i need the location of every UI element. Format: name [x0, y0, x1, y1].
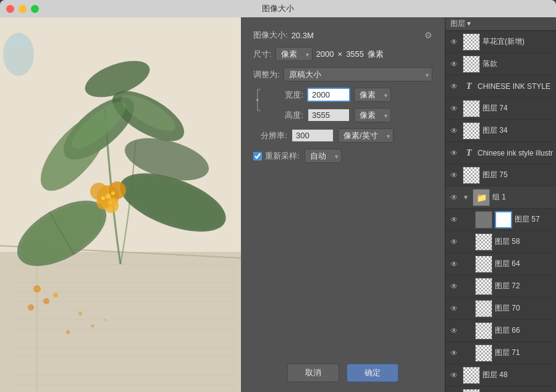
resample-checkbox[interactable] — [253, 152, 262, 161]
svg-point-37 — [101, 196, 105, 200]
layer-item[interactable]: 👁图层 34 — [445, 120, 556, 142]
layer-item[interactable]: 👁TCHINESE INK STYLE — [445, 75, 556, 98]
settings-icon[interactable]: ⚙ — [424, 30, 432, 40]
visibility-toggle[interactable]: 👁 — [448, 80, 460, 93]
resolution-row: 分辨率: 像素/英寸 — [253, 128, 432, 143]
layer-thumbnail — [475, 344, 492, 362]
mask-thumbnail — [495, 211, 512, 228]
resample-checkbox-label[interactable]: 重新采样: — [253, 151, 300, 162]
resample-label: 重新采样: — [265, 151, 300, 162]
visibility-toggle[interactable]: 👁 — [448, 169, 460, 181]
svg-rect-1 — [0, 252, 241, 392]
layer-thumbnail — [463, 100, 480, 117]
window-controls[interactable] — [6, 5, 39, 13]
dimension-dropdown-wrap[interactable]: 像素 — [276, 47, 313, 61]
visibility-toggle[interactable]: 👁 — [448, 147, 460, 159]
layer-thumbnail — [463, 367, 480, 384]
layers-list[interactable]: 👁草花宜(新增)👁落款👁TCHINESE INK STYLE👁图层 74👁图层 … — [445, 31, 556, 392]
visibility-toggle[interactable]: 👁 — [448, 125, 460, 137]
layer-item[interactable]: 👁图层 57 — [445, 209, 556, 231]
svg-point-42 — [28, 304, 34, 311]
layer-name: 图层 70 — [495, 303, 554, 314]
layer-item[interactable]: 👁图层 1 — [445, 386, 556, 392]
layer-name: 图层 64 — [495, 259, 554, 269]
layer-thumbnail — [475, 211, 492, 228]
layer-item[interactable]: 👁落款 — [445, 53, 556, 75]
layer-name: CHINESE INK STYLE — [478, 82, 554, 91]
link-icon — [253, 88, 264, 112]
window-title: 图像大小 — [262, 3, 294, 14]
dimension-dropdown[interactable]: 像素 — [276, 47, 313, 61]
wh-container: 宽度: 像素 高度: 像素 — [253, 88, 432, 122]
svg-point-39 — [33, 285, 41, 293]
layer-item[interactable]: 👁▼📁组 1 — [445, 186, 556, 209]
resample-dropdown[interactable]: 自动 — [305, 149, 342, 163]
layer-item[interactable]: 👁图层 75 — [445, 164, 556, 186]
layer-item[interactable]: 👁图层 58 — [445, 231, 556, 253]
layers-header: 图层 ▾ — [445, 17, 556, 31]
svg-point-48 — [7, 37, 30, 47]
dialog-actions: 取消 确定 — [253, 361, 432, 382]
layer-item[interactable]: 👁TChinese ink style illustr — [445, 142, 556, 164]
svg-point-31 — [109, 181, 126, 199]
width-input[interactable] — [307, 88, 350, 102]
width-row: 宽度: 像素 — [269, 88, 432, 102]
dimension-width: 2000 — [316, 49, 334, 59]
group-expand-arrow[interactable]: ▼ — [463, 194, 470, 201]
dialog-panel: 图像大小: 20.3M ⚙ 尺寸: 像素 2000 × 3555 像素 调整为:… — [241, 17, 445, 392]
resolution-input[interactable] — [291, 128, 334, 143]
dimension-height: 3555 — [346, 49, 364, 59]
visibility-toggle[interactable]: 👁 — [448, 347, 460, 359]
layer-thumbnail — [475, 322, 492, 340]
layer-name: 图层 71 — [495, 348, 554, 358]
layer-thumbnail — [475, 278, 492, 295]
layer-item[interactable]: 👁图层 66 — [445, 320, 556, 342]
visibility-toggle[interactable]: 👁 — [448, 369, 460, 382]
confirm-button[interactable]: 确定 — [347, 364, 398, 382]
width-unit-dropdown[interactable]: 像素 — [354, 88, 391, 102]
close-button[interactable] — [6, 5, 14, 13]
layer-name: 草花宜(新增) — [482, 36, 554, 47]
visibility-toggle[interactable]: 👁 — [448, 191, 460, 204]
layer-item[interactable]: 👁图层 72 — [445, 275, 556, 298]
layer-item[interactable]: 👁图层 71 — [445, 342, 556, 364]
visibility-toggle[interactable]: 👁 — [448, 36, 460, 48]
title-bar: 图像大小 — [0, 0, 556, 17]
visibility-toggle[interactable]: 👁 — [448, 325, 460, 337]
layer-item[interactable]: 👁图层 48 — [445, 364, 556, 386]
height-input[interactable] — [307, 108, 350, 122]
resample-dropdown-wrap[interactable]: 自动 — [305, 149, 342, 163]
layer-item[interactable]: 👁草花宜(新增) — [445, 31, 556, 53]
visibility-toggle[interactable]: 👁 — [448, 258, 460, 270]
layer-name: 落款 — [482, 59, 554, 69]
adjust-dropdown[interactable]: 原稿大小 — [284, 67, 432, 81]
text-layer-icon: T — [463, 148, 475, 158]
layer-thumbnail — [475, 300, 492, 317]
maximize-button[interactable] — [31, 5, 39, 13]
adjust-label: 调整为: — [253, 69, 280, 80]
visibility-toggle[interactable]: 👁 — [448, 280, 460, 293]
visibility-toggle[interactable]: 👁 — [448, 58, 460, 70]
svg-point-35 — [106, 194, 111, 199]
layer-item[interactable]: 👁图层 70 — [445, 298, 556, 320]
width-unit-dropdown-wrap[interactable]: 像素 — [354, 88, 391, 102]
resolution-unit-dropdown-wrap[interactable]: 像素/英寸 — [338, 128, 394, 143]
layer-item[interactable]: 👁图层 74 — [445, 98, 556, 120]
visibility-toggle[interactable]: 👁 — [448, 236, 460, 248]
adjust-dropdown-wrap[interactable]: 原稿大小 — [284, 67, 432, 81]
minimize-button[interactable] — [19, 5, 27, 13]
visibility-toggle[interactable]: 👁 — [448, 302, 460, 315]
layer-name: 组 1 — [492, 192, 554, 202]
layer-name: Chinese ink style illustr — [478, 149, 554, 157]
height-unit-dropdown-wrap[interactable]: 像素 — [354, 108, 391, 122]
height-unit-dropdown[interactable]: 像素 — [354, 108, 391, 122]
dimension-row: 尺寸: 像素 2000 × 3555 像素 — [253, 47, 432, 61]
group-folder-icon: 📁 — [473, 189, 490, 206]
image-size-row: 图像大小: 20.3M ⚙ — [253, 30, 432, 41]
resolution-unit-dropdown[interactable]: 像素/英寸 — [338, 128, 394, 143]
visibility-toggle[interactable]: 👁 — [448, 214, 460, 226]
cancel-button[interactable]: 取消 — [287, 364, 339, 382]
layer-thumbnail — [463, 56, 480, 73]
layer-item[interactable]: 👁图层 64 — [445, 253, 556, 275]
visibility-toggle[interactable]: 👁 — [448, 102, 460, 115]
